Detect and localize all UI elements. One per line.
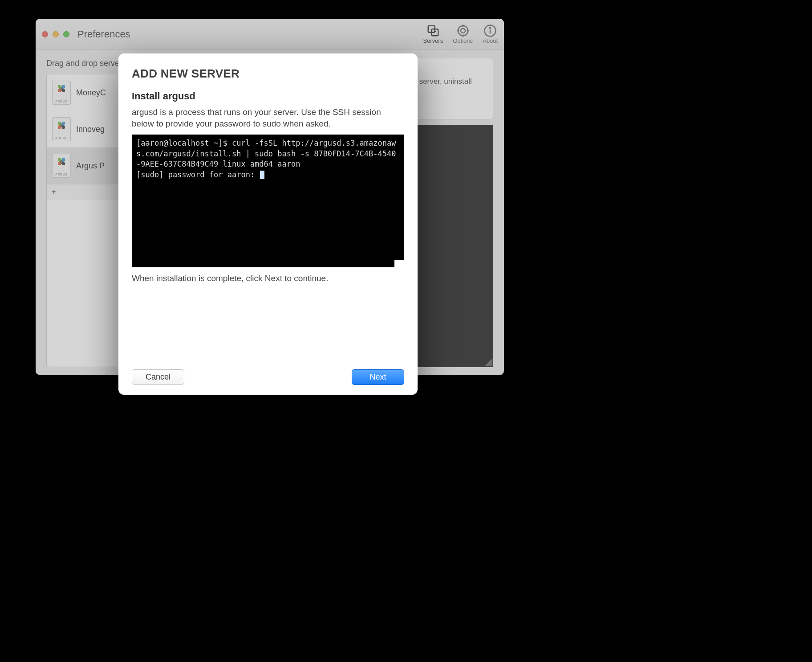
modal-subtitle: Install argusd: [132, 90, 404, 102]
ssh-terminal[interactable]: [aaron@localhost ~]$ curl -fsSL http://a…: [132, 135, 404, 267]
terminal-cursor-icon: [260, 171, 264, 179]
next-button[interactable]: Next: [352, 369, 404, 385]
modal-post-text: When installation is complete, click Nex…: [132, 274, 404, 283]
terminal-content: [aaron@localhost ~]$ curl -fsSL http://a…: [136, 139, 396, 179]
add-server-modal: ADD NEW SERVER Install argusd argusd is …: [118, 53, 418, 395]
modal-description: argusd is a process that runs on your se…: [132, 106, 404, 129]
cancel-button[interactable]: Cancel: [132, 369, 184, 385]
modal-title: ADD NEW SERVER: [132, 67, 404, 81]
